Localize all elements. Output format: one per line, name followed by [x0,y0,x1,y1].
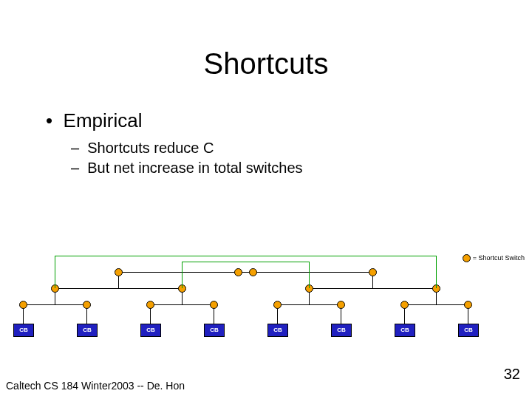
footer-text: Caltech CS 184 Winter2003 -- De. Hon [6,380,185,392]
cb-block: CB [395,324,415,337]
switch-icon [400,301,409,309]
switch-icon [19,301,27,309]
switch-icon [115,268,123,276]
shortcut-diagram: = Shortcut Switch CBCBCBCBCBCBCBCB [4,244,528,340]
cb-block: CB [77,324,98,337]
switch-icon [146,301,154,309]
legend-switch-icon [463,254,471,262]
legend-text: = Shortcut Switch [473,254,525,262]
sub-bullet: – But net increase in total switches [71,160,303,177]
switch-icon [273,301,282,309]
cb-block: CB [267,324,288,337]
sub-bullet: – Shortcuts reduce C [71,140,303,157]
legend: = Shortcut Switch [463,254,525,262]
switch-icon [464,301,472,309]
slide-title: Shortcuts [0,47,532,81]
cb-block: CB [458,324,479,337]
switch-icon [210,301,218,309]
bullet-main: • Empirical [46,109,303,132]
cb-block: CB [204,324,225,337]
cb-block: CB [13,324,34,337]
switch-icon [234,268,242,276]
switch-icon [337,301,345,309]
cb-block: CB [331,324,352,337]
switch-icon [83,301,91,309]
switch-icon [369,268,377,276]
cb-block: CB [140,324,161,337]
bullet-list: • Empirical – Shortcuts reduce C – But n… [46,109,303,177]
page-number: 32 [504,366,520,383]
switch-icon [249,268,257,276]
